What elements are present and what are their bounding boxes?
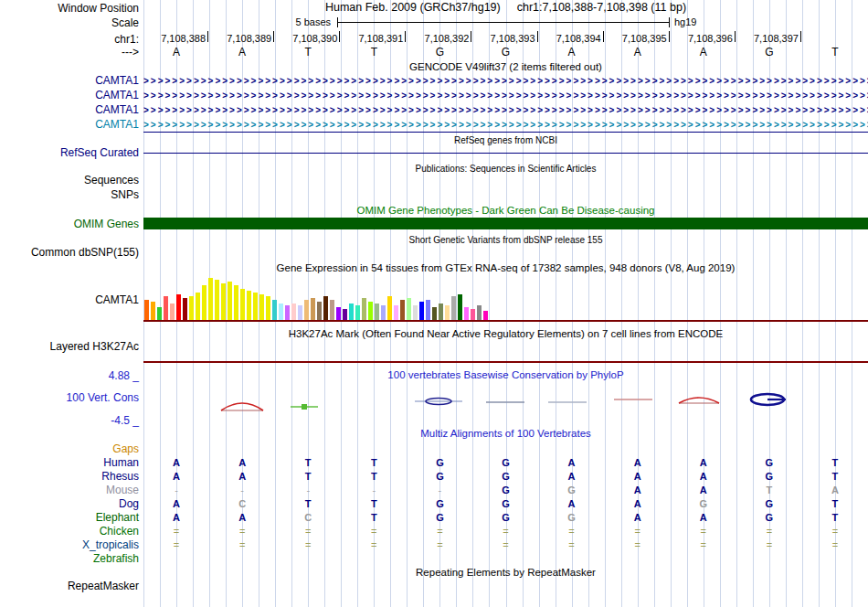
gencode-transcript-row[interactable]: >>>>>>>>>>>>>>>>>>>>>>>>>>>>>>>>>>>>>>>>…	[143, 90, 868, 101]
gtex-tissue-bar[interactable]	[343, 309, 347, 320]
gtex-tissue-bar[interactable]	[240, 289, 245, 320]
gtex-tissue-bar[interactable]	[483, 311, 488, 320]
gtex-tissue-bar[interactable]	[349, 304, 354, 320]
gtex-tissue-bar[interactable]	[362, 298, 366, 320]
alignment-row-human[interactable]: AATTGGAAAGT	[143, 456, 868, 469]
gtex-tissue-bar[interactable]	[317, 302, 322, 320]
species-label-gaps[interactable]: Gaps	[0, 442, 139, 455]
gtex-tissue-bar[interactable]	[259, 294, 264, 320]
gencode-transcript-row[interactable]: >>>>>>>>>>>>>>>>>>>>>>>>>>>>>>>>>>>>>>>>…	[143, 119, 868, 131]
gtex-tissue-bar[interactable]	[458, 294, 462, 320]
refseq-gene-line[interactable]	[143, 153, 868, 154]
omim-gene-bar[interactable]	[143, 218, 868, 229]
gtex-tissue-bar[interactable]	[221, 283, 226, 320]
gtex-tissue-bar[interactable]	[381, 305, 386, 320]
gtex-tissue-bar[interactable]	[413, 305, 418, 320]
gtex-tissue-bar[interactable]	[272, 300, 277, 320]
gtex-tissue-bar[interactable]	[202, 285, 206, 320]
gtex-tissue-bar[interactable]	[477, 305, 482, 320]
gtex-tissue-bar[interactable]	[164, 296, 168, 320]
alignment-row-mouse[interactable]: -----GGAATA	[143, 484, 868, 496]
gtex-tissue-bar[interactable]	[266, 296, 270, 320]
gtex-tissue-bar[interactable]	[471, 309, 475, 320]
gtex-tissue-bar[interactable]	[432, 307, 437, 320]
gtex-tissue-bar[interactable]	[323, 296, 328, 320]
gtex-tissue-bar[interactable]	[183, 298, 187, 320]
gtex-tissue-bar[interactable]	[196, 293, 200, 320]
gtex-tissue-bar[interactable]	[439, 304, 443, 320]
alignment-row-dog[interactable]: ACTTGGAAGGT	[143, 497, 868, 510]
refseq-track-title[interactable]: RefSeq genes from NCBI	[143, 134, 868, 146]
layered-h3k27ac-label[interactable]: Layered H3K27Ac	[0, 340, 139, 353]
alignment-row-chicken[interactable]: ===========	[143, 525, 868, 538]
gtex-tissue-bar[interactable]	[291, 304, 296, 320]
gtex-tissue-bar[interactable]	[451, 296, 456, 320]
gtex-tissue-bar[interactable]	[304, 300, 309, 320]
alignment-row-rhesus[interactable]: AATTGGAAAGT	[143, 470, 868, 483]
gencode-transcript-row[interactable]: >>>>>>>>>>>>>>>>>>>>>>>>>>>>>>>>>>>>>>>>…	[143, 104, 868, 116]
h3k27ac-track-title[interactable]: H3K27Ac Mark (Often Found Near Active Re…	[143, 328, 868, 340]
gtex-gene-label[interactable]: CAMTA1	[0, 293, 139, 306]
alignment-row-elephant[interactable]: AACTGGGAAGT	[143, 511, 868, 524]
gtex-tissue-bar[interactable]	[419, 302, 424, 320]
species-label-mouse[interactable]: Mouse	[0, 484, 139, 496]
gtex-tissue-bar[interactable]	[151, 302, 155, 320]
gtex-tissue-bar[interactable]	[407, 298, 411, 320]
publications-track-title[interactable]: Publications: Sequences in Scientific Ar…	[143, 163, 868, 175]
common-dbsnp-label[interactable]: Common dbSNP(155)	[0, 246, 139, 259]
gencode-gene-label[interactable]: CAMTA1	[0, 103, 139, 116]
gencode-gene-label[interactable]: CAMTA1	[0, 118, 139, 131]
species-label-elephant[interactable]: Elephant	[0, 511, 139, 524]
gtex-tissue-bar[interactable]	[394, 305, 398, 320]
gtex-tissue-bar[interactable]	[298, 305, 302, 320]
gencode-transcript-row[interactable]: >>>>>>>>>>>>>>>>>>>>>>>>>>>>>>>>>>>>>>>>…	[143, 75, 868, 87]
gtex-tissue-bar[interactable]	[157, 307, 162, 320]
gtex-tissue-bar[interactable]	[400, 300, 405, 320]
gtex-tissue-bar[interactable]	[285, 305, 290, 320]
species-label-zebrafish[interactable]: Zebrafish	[0, 552, 139, 565]
gtex-tissue-bar[interactable]	[247, 291, 251, 320]
gtex-tissue-bar[interactable]	[445, 305, 450, 320]
gencode-gene-label[interactable]: CAMTA1	[0, 74, 139, 87]
gencode-track-title[interactable]: GENCODE V49lift37 (2 items filtered out)	[143, 61, 868, 73]
multiz-track-title[interactable]: Multiz Alignments of 100 Vertebrates	[143, 428, 868, 440]
species-label-chicken[interactable]: Chicken	[0, 525, 139, 538]
phylop-track-title[interactable]: 100 vertebrates Basewise Conservation by…	[143, 369, 868, 381]
species-label-dog[interactable]: Dog	[0, 497, 139, 510]
gtex-tissue-bar[interactable]	[464, 307, 469, 320]
h3k27ac-signal-line[interactable]	[143, 361, 868, 363]
gtex-tissue-bar[interactable]	[336, 307, 341, 320]
gtex-tissue-bar[interactable]	[375, 304, 379, 320]
repeatmasker-label[interactable]: RepeatMasker	[0, 580, 139, 592]
species-label-x_tropicalis[interactable]: X_tropicalis	[0, 538, 139, 551]
sequences-label[interactable]: Sequences	[0, 174, 139, 186]
gtex-tissue-bar[interactable]	[215, 280, 219, 320]
gencode-extra-line[interactable]	[143, 132, 868, 133]
omim-genes-label[interactable]: OMIM Genes	[0, 218, 139, 230]
gtex-tissue-bar[interactable]	[368, 302, 373, 320]
gtex-tissue-bar[interactable]	[253, 293, 258, 320]
refseq-curated-label[interactable]: RefSeq Curated	[0, 146, 139, 159]
gtex-tissue-bar[interactable]	[311, 298, 315, 320]
snps-label[interactable]: SNPs	[0, 188, 139, 201]
gtex-tissue-bar[interactable]	[330, 300, 334, 320]
species-label-human[interactable]: Human	[0, 456, 139, 469]
gtex-tissue-bar[interactable]	[279, 304, 283, 320]
gtex-tissue-bar[interactable]	[176, 294, 181, 320]
repeatmasker-track-title[interactable]: Repeating Elements by RepeatMasker	[143, 567, 868, 579]
gtex-tissue-bar[interactable]	[387, 296, 392, 320]
gtex-tissue-bar[interactable]	[189, 296, 194, 320]
gtex-tissue-bar[interactable]	[355, 305, 360, 320]
dbsnp-track-title[interactable]: Short Genetic Variants from dbSNP releas…	[143, 234, 868, 246]
gtex-tissue-bar[interactable]	[228, 282, 232, 320]
gencode-gene-label[interactable]: CAMTA1	[0, 89, 139, 101]
omim-track-title[interactable]: OMIM Gene Phenotypes - Dark Green Can Be…	[143, 205, 868, 217]
gtex-tissue-bar[interactable]	[208, 278, 213, 320]
gtex-tissue-bar[interactable]	[144, 300, 149, 320]
gtex-tissue-bar[interactable]	[170, 304, 175, 320]
gtex-track-title[interactable]: Gene Expression in 54 tissues from GTEx …	[143, 262, 868, 274]
gtex-tissue-bar[interactable]	[426, 300, 430, 320]
alignment-row-x_tropicalis[interactable]: ===========	[143, 538, 868, 551]
phylop-track-label[interactable]: 100 Vert. Cons	[0, 391, 139, 404]
gtex-tissue-bar[interactable]	[234, 285, 238, 320]
